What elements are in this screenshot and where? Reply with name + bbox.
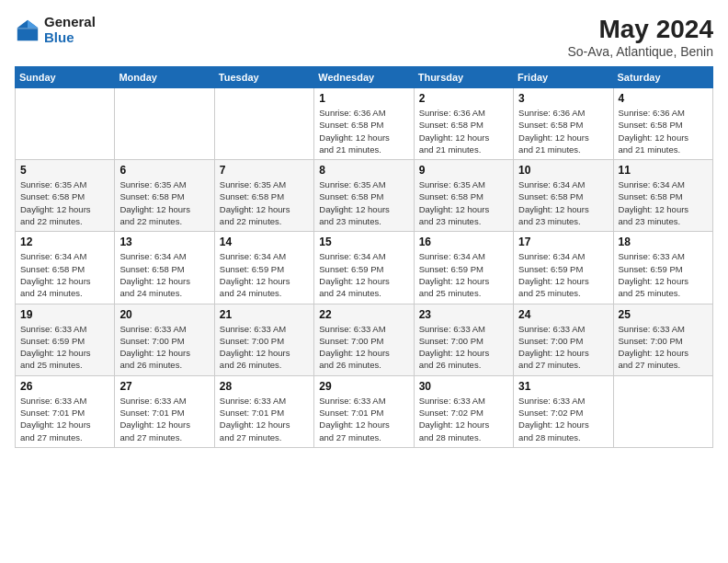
calendar-week-row: 1Sunrise: 6:36 AMSunset: 6:58 PMDaylight… — [16, 88, 713, 160]
day-number: 7 — [220, 164, 309, 177]
header-row: SundayMondayTuesdayWednesdayThursdayFrid… — [16, 67, 713, 88]
day-number: 19 — [20, 308, 109, 321]
day-info: Sunrise: 6:33 AMSunset: 7:01 PMDaylight:… — [319, 395, 408, 443]
day-info: Sunrise: 6:33 AMSunset: 7:00 PMDaylight:… — [220, 323, 309, 372]
day-info: Sunrise: 6:33 AMSunset: 7:00 PMDaylight:… — [319, 323, 408, 372]
calendar-cell — [613, 375, 712, 447]
calendar-cell: 23Sunrise: 6:33 AMSunset: 7:00 PMDayligh… — [414, 304, 513, 375]
day-info: Sunrise: 6:33 AMSunset: 7:01 PMDaylight:… — [20, 395, 109, 443]
svg-marker-1 — [28, 19, 38, 27]
calendar-header: SundayMondayTuesdayWednesdayThursdayFrid… — [16, 67, 713, 88]
day-number: 2 — [419, 92, 508, 105]
calendar-week-row: 19Sunrise: 6:33 AMSunset: 6:59 PMDayligh… — [16, 304, 713, 375]
calendar-subtitle: So-Ava, Atlantique, Benin — [567, 44, 713, 59]
day-number: 31 — [518, 380, 608, 393]
calendar-cell: 4Sunrise: 6:36 AMSunset: 6:58 PMDaylight… — [613, 88, 712, 160]
day-number: 8 — [319, 164, 408, 177]
page-header: General Blue May 2024 So-Ava, Atlantique… — [15, 15, 713, 59]
day-info: Sunrise: 6:33 AMSunset: 6:59 PMDaylight:… — [619, 250, 708, 299]
calendar-title: May 2024 — [567, 15, 713, 44]
day-info: Sunrise: 6:33 AMSunset: 6:59 PMDaylight:… — [20, 323, 109, 372]
day-info: Sunrise: 6:35 AMSunset: 6:58 PMDaylight:… — [20, 178, 109, 227]
day-info: Sunrise: 6:36 AMSunset: 6:58 PMDaylight:… — [619, 107, 708, 155]
day-info: Sunrise: 6:36 AMSunset: 6:58 PMDaylight:… — [419, 107, 508, 155]
calendar-body: 1Sunrise: 6:36 AMSunset: 6:58 PMDaylight… — [16, 88, 713, 448]
calendar-cell: 9Sunrise: 6:35 AMSunset: 6:58 PMDaylight… — [414, 160, 513, 232]
calendar-cell: 15Sunrise: 6:34 AMSunset: 6:59 PMDayligh… — [314, 232, 414, 304]
day-info: Sunrise: 6:34 AMSunset: 6:59 PMDaylight:… — [419, 250, 508, 299]
calendar-cell: 24Sunrise: 6:33 AMSunset: 7:00 PMDayligh… — [514, 304, 613, 375]
day-number: 30 — [419, 380, 508, 393]
calendar-cell: 2Sunrise: 6:36 AMSunset: 6:58 PMDaylight… — [414, 88, 513, 160]
day-number: 17 — [518, 236, 608, 248]
calendar-cell: 28Sunrise: 6:33 AMSunset: 7:01 PMDayligh… — [214, 375, 313, 447]
day-info: Sunrise: 6:36 AMSunset: 6:58 PMDaylight:… — [319, 107, 408, 155]
day-number: 11 — [619, 164, 708, 177]
day-of-week-header: Wednesday — [314, 67, 414, 88]
day-number: 4 — [619, 92, 708, 105]
day-of-week-header: Sunday — [16, 67, 115, 88]
day-number: 26 — [20, 380, 109, 393]
logo: General Blue — [15, 15, 96, 45]
calendar-cell: 20Sunrise: 6:33 AMSunset: 7:00 PMDayligh… — [115, 304, 214, 375]
svg-rect-2 — [17, 28, 38, 29]
title-block: May 2024 So-Ava, Atlantique, Benin — [567, 15, 713, 59]
day-info: Sunrise: 6:33 AMSunset: 7:00 PMDaylight:… — [518, 323, 608, 372]
day-number: 6 — [119, 164, 209, 177]
day-number: 27 — [119, 380, 209, 393]
calendar-cell: 16Sunrise: 6:34 AMSunset: 6:59 PMDayligh… — [414, 232, 513, 304]
calendar-cell: 31Sunrise: 6:33 AMSunset: 7:02 PMDayligh… — [514, 375, 613, 447]
day-info: Sunrise: 6:34 AMSunset: 6:58 PMDaylight:… — [20, 250, 109, 299]
day-of-week-header: Saturday — [613, 67, 712, 88]
calendar-cell: 27Sunrise: 6:33 AMSunset: 7:01 PMDayligh… — [115, 375, 214, 447]
day-info: Sunrise: 6:33 AMSunset: 7:00 PMDaylight:… — [419, 323, 508, 372]
calendar-cell — [115, 88, 214, 160]
day-of-week-header: Tuesday — [214, 67, 313, 88]
calendar-cell: 5Sunrise: 6:35 AMSunset: 6:58 PMDaylight… — [16, 160, 115, 232]
calendar-cell: 11Sunrise: 6:34 AMSunset: 6:58 PMDayligh… — [613, 160, 712, 232]
calendar-cell: 29Sunrise: 6:33 AMSunset: 7:01 PMDayligh… — [314, 375, 414, 447]
calendar-cell: 21Sunrise: 6:33 AMSunset: 7:00 PMDayligh… — [214, 304, 313, 375]
day-info: Sunrise: 6:34 AMSunset: 6:59 PMDaylight:… — [220, 250, 309, 299]
day-info: Sunrise: 6:35 AMSunset: 6:58 PMDaylight:… — [319, 178, 408, 227]
day-number: 15 — [319, 236, 408, 248]
day-info: Sunrise: 6:33 AMSunset: 7:01 PMDaylight:… — [220, 395, 309, 443]
day-info: Sunrise: 6:35 AMSunset: 6:58 PMDaylight:… — [220, 178, 309, 227]
day-number: 16 — [419, 236, 508, 248]
day-number: 29 — [319, 380, 408, 393]
day-number: 5 — [20, 164, 109, 177]
calendar-cell: 13Sunrise: 6:34 AMSunset: 6:58 PMDayligh… — [115, 232, 214, 304]
day-of-week-header: Friday — [514, 67, 613, 88]
day-number: 22 — [319, 308, 408, 321]
day-number: 3 — [518, 92, 608, 105]
day-info: Sunrise: 6:35 AMSunset: 6:58 PMDaylight:… — [119, 178, 209, 227]
day-number: 13 — [119, 236, 209, 248]
logo-text: General Blue — [44, 15, 96, 45]
day-info: Sunrise: 6:34 AMSunset: 6:58 PMDaylight:… — [119, 250, 209, 299]
logo-line1: General — [44, 15, 96, 30]
day-info: Sunrise: 6:33 AMSunset: 7:02 PMDaylight:… — [518, 395, 608, 443]
logo-line2: Blue — [44, 30, 96, 46]
day-info: Sunrise: 6:34 AMSunset: 6:59 PMDaylight:… — [319, 250, 408, 299]
day-number: 24 — [518, 308, 608, 321]
calendar-cell: 10Sunrise: 6:34 AMSunset: 6:58 PMDayligh… — [514, 160, 613, 232]
calendar-cell: 18Sunrise: 6:33 AMSunset: 6:59 PMDayligh… — [613, 232, 712, 304]
calendar-cell — [16, 88, 115, 160]
calendar-cell: 17Sunrise: 6:34 AMSunset: 6:59 PMDayligh… — [514, 232, 613, 304]
day-info: Sunrise: 6:33 AMSunset: 7:02 PMDaylight:… — [419, 395, 508, 443]
day-number: 21 — [220, 308, 309, 321]
day-number: 1 — [319, 92, 408, 105]
calendar-cell: 12Sunrise: 6:34 AMSunset: 6:58 PMDayligh… — [16, 232, 115, 304]
day-number: 10 — [518, 164, 608, 177]
logo-icon — [15, 17, 40, 43]
calendar-cell: 14Sunrise: 6:34 AMSunset: 6:59 PMDayligh… — [214, 232, 313, 304]
calendar-cell: 26Sunrise: 6:33 AMSunset: 7:01 PMDayligh… — [16, 375, 115, 447]
day-number: 25 — [619, 308, 708, 321]
day-info: Sunrise: 6:34 AMSunset: 6:58 PMDaylight:… — [619, 178, 708, 227]
day-info: Sunrise: 6:33 AMSunset: 7:00 PMDaylight:… — [119, 323, 209, 372]
calendar-table: SundayMondayTuesdayWednesdayThursdayFrid… — [15, 66, 713, 448]
day-number: 14 — [220, 236, 309, 248]
calendar-cell — [214, 88, 313, 160]
calendar-week-row: 5Sunrise: 6:35 AMSunset: 6:58 PMDaylight… — [16, 160, 713, 232]
day-info: Sunrise: 6:33 AMSunset: 7:01 PMDaylight:… — [119, 395, 209, 443]
